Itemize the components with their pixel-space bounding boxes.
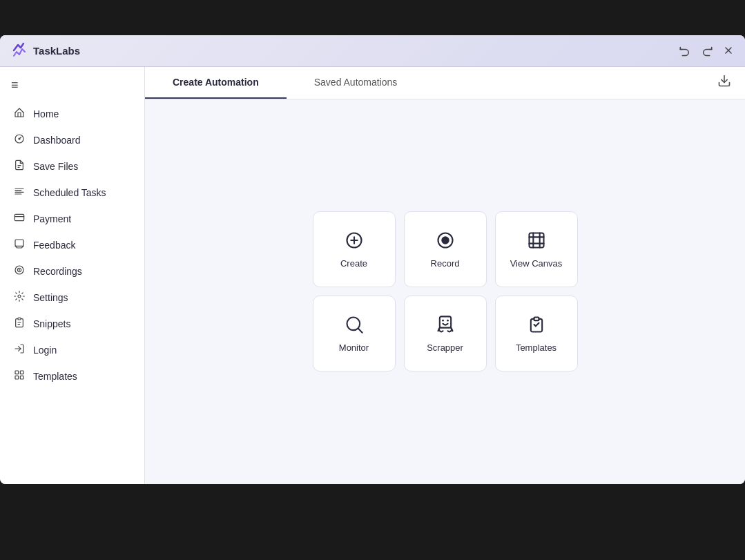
svg-rect-24 xyxy=(20,376,23,379)
svg-rect-31 xyxy=(529,233,543,247)
sidebar-label-payment: Payment xyxy=(33,213,71,224)
record-icon xyxy=(436,231,455,253)
sidebar-item-snippets[interactable]: Snippets xyxy=(0,311,144,337)
sidebar-item-dashboard[interactable]: Dashboard xyxy=(0,127,144,153)
dashboard-icon xyxy=(12,133,26,147)
svg-rect-38 xyxy=(439,316,450,327)
app-window: TaskLabs xyxy=(0,35,745,484)
sidebar-label-home: Home xyxy=(33,108,59,119)
download-button[interactable] xyxy=(712,71,737,94)
sidebar-item-payment[interactable]: Payment xyxy=(0,206,144,232)
tab-saved-automations[interactable]: Saved Automations xyxy=(287,67,425,99)
action-grid-area: Create Record xyxy=(145,99,745,484)
sidebar-label-feedback: Feedback xyxy=(33,240,75,251)
plus-circle-icon xyxy=(345,231,364,253)
svg-point-30 xyxy=(442,237,448,243)
close-button[interactable] xyxy=(723,45,734,56)
app-logo: TaskLabs xyxy=(11,42,80,59)
save-files-icon xyxy=(12,160,26,173)
svg-point-3 xyxy=(19,138,20,139)
settings-icon xyxy=(12,291,26,305)
sidebar-label-scheduled-tasks: Scheduled Tasks xyxy=(33,187,106,198)
app-title: TaskLabs xyxy=(33,45,80,57)
action-card-create[interactable]: Create xyxy=(313,211,396,287)
svg-point-15 xyxy=(19,269,20,271)
action-label-create: Create xyxy=(340,258,367,269)
action-grid: Create Record xyxy=(313,211,578,371)
scrapper-icon xyxy=(436,315,455,337)
svg-rect-22 xyxy=(20,371,23,374)
action-label-view-canvas: View Canvas xyxy=(510,258,563,269)
sidebar-item-recordings[interactable]: Recordings xyxy=(0,258,144,284)
sidebar-item-feedback[interactable]: Feedback xyxy=(0,232,144,258)
action-card-view-canvas[interactable]: View Canvas xyxy=(495,211,578,287)
templates-card-icon xyxy=(527,315,546,337)
login-icon xyxy=(12,343,26,357)
home-icon xyxy=(12,107,26,121)
undo-button[interactable] xyxy=(679,44,691,57)
action-label-templates: Templates xyxy=(516,342,557,353)
svg-rect-10 xyxy=(14,214,23,220)
svg-point-39 xyxy=(442,319,444,321)
svg-point-16 xyxy=(18,295,21,298)
svg-point-40 xyxy=(447,319,449,321)
svg-rect-17 xyxy=(18,318,21,320)
sidebar-item-templates[interactable]: Templates xyxy=(0,363,144,389)
action-card-record[interactable]: Record xyxy=(404,211,487,287)
svg-rect-12 xyxy=(15,240,23,246)
action-card-monitor[interactable]: Monitor xyxy=(313,296,396,371)
svg-rect-23 xyxy=(15,376,19,379)
templates-icon xyxy=(12,369,26,383)
feedback-icon xyxy=(12,238,26,252)
sidebar-item-save-files[interactable]: Save Files xyxy=(0,153,144,180)
sidebar-item-scheduled-tasks[interactable]: Scheduled Tasks xyxy=(0,180,144,206)
action-card-templates[interactable]: Templates xyxy=(495,296,578,371)
sidebar-label-templates: Templates xyxy=(33,371,77,382)
sidebar-menu-toggle[interactable]: ≡ xyxy=(0,73,144,101)
monitor-icon xyxy=(345,315,364,337)
scheduled-tasks-icon xyxy=(12,186,26,200)
sidebar-label-snippets: Snippets xyxy=(33,318,70,329)
sidebar-label-dashboard: Dashboard xyxy=(33,135,81,146)
canvas-icon xyxy=(527,231,546,253)
payment-icon xyxy=(12,212,26,226)
redo-button[interactable] xyxy=(701,44,713,57)
svg-line-37 xyxy=(358,328,362,332)
sidebar-label-save-files: Save Files xyxy=(33,161,78,172)
recordings-icon xyxy=(12,264,26,278)
svg-rect-43 xyxy=(534,317,539,320)
sidebar-label-login: Login xyxy=(33,345,57,356)
sidebar-item-settings[interactable]: Settings xyxy=(0,284,144,311)
sidebar: ≡ Home xyxy=(0,67,145,484)
tab-create-automation[interactable]: Create Automation xyxy=(145,67,287,99)
sidebar-item-login[interactable]: Login xyxy=(0,337,144,363)
sidebar-label-settings: Settings xyxy=(33,292,68,303)
snippets-icon xyxy=(12,317,26,331)
window-controls xyxy=(679,44,734,57)
titlebar: TaskLabs xyxy=(0,35,745,67)
action-label-scrapper: Scrapper xyxy=(427,342,463,353)
tabs-bar: Create Automation Saved Automations xyxy=(145,67,745,99)
sidebar-item-home[interactable]: Home xyxy=(0,101,144,127)
svg-rect-21 xyxy=(15,371,19,374)
sidebar-label-recordings: Recordings xyxy=(33,266,82,277)
action-card-scrapper[interactable]: Scrapper xyxy=(404,296,487,371)
logo-icon xyxy=(11,42,28,59)
action-label-monitor: Monitor xyxy=(339,342,369,353)
action-label-record: Record xyxy=(431,258,460,269)
app-body: ≡ Home xyxy=(0,67,745,484)
main-content: Create Automation Saved Automations xyxy=(145,67,745,484)
